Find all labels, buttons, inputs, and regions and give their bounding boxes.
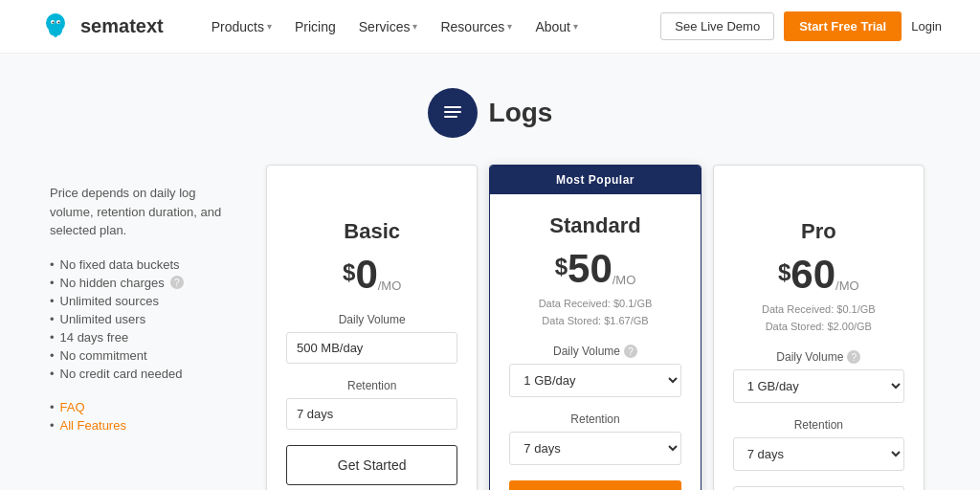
info-description: Price depends on daily log volume, reten… xyxy=(50,184,241,240)
retention-select-standard[interactable]: 7 days 14 days 30 days xyxy=(509,432,680,465)
page-content: Logs Price depends on daily log volume, … xyxy=(0,54,980,490)
badge-placeholder-pro xyxy=(714,166,924,200)
feature-item: No fixed data buckets xyxy=(50,256,241,274)
daily-volume-select-pro[interactable]: 1 GB/day 5 GB/day 10 GB/day xyxy=(733,369,904,403)
all-features-link[interactable]: All Features xyxy=(60,418,126,433)
get-started-button[interactable]: Get Started xyxy=(286,445,457,485)
plan-name-standard: Standard xyxy=(509,213,680,238)
info-links: FAQ All Features xyxy=(50,398,241,434)
faq-link[interactable]: FAQ xyxy=(60,400,85,414)
plan-subtext-pro: Data Received: $0.1/GB Data Stored: $2.0… xyxy=(733,301,904,335)
pricing-section: Price depends on daily log volume, reten… xyxy=(31,165,949,490)
svg-point-6 xyxy=(53,21,55,23)
main-header: sematext Products ▾ Pricing Services ▾ R… xyxy=(0,0,980,54)
live-demo-button[interactable]: See Live Demo xyxy=(660,12,774,40)
feature-item: No credit card needed xyxy=(50,365,241,383)
plan-price-basic: $0/MO xyxy=(286,252,457,298)
price-dollar-pro: $ xyxy=(778,259,791,286)
plan-price-standard: $50/MO xyxy=(509,246,680,292)
header-actions: See Live Demo Start Free Trial Login xyxy=(660,11,942,41)
link-item: FAQ xyxy=(50,398,241,416)
plan-price-pro: $60/MO xyxy=(733,252,904,298)
feature-item: 14 days free xyxy=(50,328,241,346)
most-popular-badge: Most Popular xyxy=(490,166,700,194)
nav-pricing[interactable]: Pricing xyxy=(285,13,345,40)
price-dollar-standard: $ xyxy=(555,254,568,280)
daily-volume-input-basic[interactable] xyxy=(286,332,457,364)
feature-item: No commitment xyxy=(50,346,241,365)
price-amount-pro: 60 xyxy=(791,252,835,297)
main-nav: Products ▾ Pricing Services ▾ Resources … xyxy=(202,13,661,40)
plan-standard: Most Popular Standard $50/MO Data Receiv… xyxy=(489,165,701,490)
daily-volume-label-pro: Daily Volume ? xyxy=(733,350,904,364)
nav-about[interactable]: About ▾ xyxy=(525,13,588,40)
svg-point-7 xyxy=(58,21,60,23)
feature-item: Unlimited users xyxy=(50,310,241,328)
logs-icon xyxy=(428,88,478,138)
start-trial-button[interactable]: Start Free Trial xyxy=(784,11,902,41)
try-free-button-pro[interactable]: Try free for 14 days xyxy=(733,486,904,490)
plan-body-standard: Standard $50/MO Data Received: $0.1/GB D… xyxy=(490,194,700,490)
retention-label-pro: Retention xyxy=(733,418,904,432)
help-icon[interactable]: ? xyxy=(170,276,184,289)
feature-item: Unlimited sources xyxy=(50,292,241,310)
plan-pro: Pro $60/MO Data Received: $0.1/GB Data S… xyxy=(713,165,924,490)
help-icon[interactable]: ? xyxy=(847,350,860,364)
try-free-button-standard[interactable]: Try free for 14 days xyxy=(509,480,680,490)
logo[interactable]: sematext xyxy=(38,10,164,44)
plans-container: Basic $0/MO Daily Volume Retention Get S… xyxy=(260,165,930,490)
plan-body-basic: Basic $0/MO Daily Volume Retention Get S… xyxy=(267,200,477,490)
plan-basic: Basic $0/MO Daily Volume Retention Get S… xyxy=(266,165,478,490)
retention-label-standard: Retention xyxy=(509,412,680,426)
retention-input-basic[interactable] xyxy=(286,398,457,430)
login-button[interactable]: Login xyxy=(911,19,942,33)
feature-item: No hidden charges ? xyxy=(50,274,241,292)
plan-name-basic: Basic xyxy=(286,219,457,244)
price-dollar-basic: $ xyxy=(343,259,355,286)
svg-rect-8 xyxy=(444,106,461,108)
plan-body-pro: Pro $60/MO Data Received: $0.1/GB Data S… xyxy=(714,200,924,490)
nav-resources[interactable]: Resources ▾ xyxy=(431,13,522,40)
svg-rect-10 xyxy=(444,116,457,118)
price-amount-standard: 50 xyxy=(568,246,612,291)
retention-select-pro[interactable]: 7 days 14 days 30 days xyxy=(733,437,904,471)
daily-volume-label-basic: Daily Volume xyxy=(286,313,457,326)
link-item: All Features xyxy=(50,416,241,434)
chevron-down-icon: ▾ xyxy=(507,21,512,32)
badge-placeholder xyxy=(267,166,477,200)
chevron-down-icon: ▾ xyxy=(573,21,578,32)
retention-label-basic: Retention xyxy=(286,379,457,392)
chevron-down-icon: ▾ xyxy=(267,21,272,32)
plan-name-pro: Pro xyxy=(733,219,904,244)
product-header: Logs xyxy=(0,54,980,165)
help-icon[interactable]: ? xyxy=(624,345,637,358)
info-panel: Price depends on daily log volume, reten… xyxy=(50,165,260,450)
price-mo-standard: /MO xyxy=(612,273,636,287)
logo-icon xyxy=(38,10,73,44)
price-mo-pro: /MO xyxy=(835,278,859,293)
logo-text: sematext xyxy=(80,15,164,37)
svg-rect-9 xyxy=(444,111,461,113)
chevron-down-icon: ▾ xyxy=(412,21,417,32)
price-mo-basic: /MO xyxy=(378,278,402,293)
daily-volume-label-standard: Daily Volume ? xyxy=(509,345,680,358)
price-amount-basic: 0 xyxy=(355,252,377,297)
daily-volume-select-standard[interactable]: 1 GB/day 5 GB/day 10 GB/day xyxy=(509,364,680,397)
features-list: No fixed data buckets No hidden charges … xyxy=(50,256,241,383)
nav-services[interactable]: Services ▾ xyxy=(349,13,428,40)
product-title: Logs xyxy=(428,88,553,138)
plan-subtext-standard: Data Received: $0.1/GB Data Stored: $1.6… xyxy=(509,296,680,329)
nav-products[interactable]: Products ▾ xyxy=(202,13,281,40)
